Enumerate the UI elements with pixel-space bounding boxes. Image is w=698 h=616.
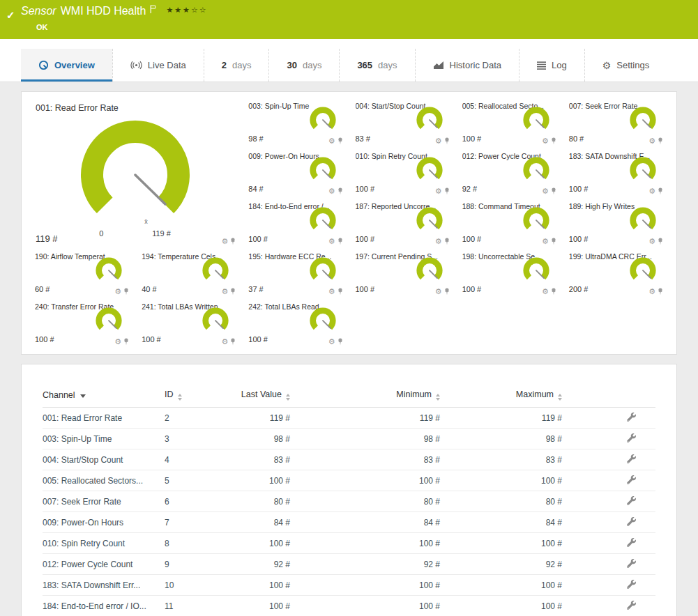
pin-icon[interactable] [123,288,129,295]
table-row[interactable]: 184: End-to-End error / IO... 11 100 # 1… [43,596,655,616]
gear-icon[interactable]: ⚙ [221,288,228,295]
column-header-last-value[interactable]: Last Value [234,390,290,401]
pin-icon[interactable] [230,288,236,295]
wrench-icon[interactable] [627,601,636,610]
channel-name-link[interactable]: 009: Power-On Hours [43,518,165,528]
tab-365-days[interactable]: 365 days [339,49,414,82]
wrench-icon[interactable] [627,538,636,547]
channel-name-link[interactable]: 010: Spin Retry Count [43,539,165,548]
gear-icon[interactable]: ⚙ [328,238,335,245]
gear-icon[interactable]: ⚙ [648,238,655,245]
gauge-dial [199,307,232,337]
table-row[interactable]: 012: Power Cycle Count 9 92 # 92 # 92 # [43,554,655,575]
pin-icon[interactable] [658,187,663,195]
gear-icon[interactable]: ⚙ [542,137,549,145]
pin-icon[interactable] [337,238,343,245]
channel-name-link[interactable]: 012: Power Cycle Count [43,560,165,569]
gauge-actions: ⚙ [114,288,129,295]
pin-icon[interactable] [230,338,236,346]
flag-icon[interactable] [150,5,156,13]
pin-icon[interactable] [337,187,343,195]
tab-historic-data[interactable]: Historic Data [415,49,519,82]
wrench-icon[interactable] [627,454,636,463]
pin-icon[interactable] [444,288,450,295]
pin-icon[interactable] [551,187,556,195]
status-check-icon: ✓ [6,9,15,22]
gear-icon[interactable]: ⚙ [435,288,442,295]
pin-icon[interactable] [230,238,236,245]
wrench-icon[interactable] [627,496,636,505]
tab-2-days[interactable]: 2 days [204,49,269,82]
table-row[interactable]: 005: Reallocated Sectors... 5 100 # 100 … [43,470,655,491]
tab-settings[interactable]: ⚙ Settings [584,49,667,82]
channel-name-link[interactable]: 004: Start/Stop Count [43,455,165,465]
wrench-icon[interactable] [627,580,636,589]
wrench-icon[interactable] [627,475,636,484]
gear-icon[interactable]: ⚙ [114,288,121,295]
gear-icon[interactable]: ⚙ [328,187,335,195]
wrench-icon[interactable] [627,559,636,568]
gear-icon[interactable]: ⚙ [435,187,442,195]
channel-gauge-card: 003: Spin-Up Time 98 # ⚙ [242,98,349,148]
pin-icon[interactable] [551,288,556,295]
pin-icon[interactable] [658,137,663,145]
gear-icon[interactable]: ⚙ [221,338,228,346]
gauge-actions: ⚙ [221,338,236,346]
table-row[interactable]: 010: Spin Retry Count 8 100 # 100 # 100 … [43,533,655,554]
gauge-dial [307,307,339,337]
pin-icon[interactable] [444,238,450,245]
pin-icon[interactable] [337,338,343,346]
table-row[interactable]: 004: Start/Stop Count 4 83 # 83 # 83 # [43,449,655,470]
gear-icon[interactable]: ⚙ [328,338,335,346]
channel-name-link[interactable]: 007: Seek Error Rate [43,497,165,507]
gear-icon[interactable]: ⚙ [648,187,655,195]
tab-overview[interactable]: Overview [21,49,112,82]
wrench-icon[interactable] [627,517,636,526]
table-row[interactable]: 001: Read Error Rate 2 119 # 119 # 119 # [43,408,655,429]
gear-icon[interactable]: ⚙ [435,137,442,145]
pin-icon[interactable] [551,238,556,245]
channel-actions-cell [562,454,655,465]
table-row[interactable]: 183: SATA Downshift Err... 10 100 # 100 … [43,575,655,596]
channel-name-link[interactable]: 005: Reallocated Sectors... [43,476,165,486]
gear-icon[interactable]: ⚙ [542,288,549,295]
wrench-icon[interactable] [627,413,636,422]
gear-icon[interactable]: ⚙ [648,288,655,295]
wrench-icon[interactable] [627,433,636,442]
tab-log[interactable]: Log [519,49,584,82]
star-rating[interactable]: ★★★☆☆ [166,6,207,15]
channel-name-link[interactable]: 003: Spin-Up Time [43,434,165,444]
gear-icon[interactable]: ⚙ [221,238,228,245]
gear-icon[interactable]: ⚙ [648,137,655,145]
gear-icon[interactable]: ⚙ [114,338,121,346]
channel-name-link[interactable]: 183: SATA Downshift Err... [43,580,165,590]
pin-icon[interactable] [337,137,343,145]
column-header-minimum[interactable]: Minimum [290,390,440,401]
channel-gauge-card: 187: Reported Uncorre... 100 # ⚙ [349,198,456,248]
channel-name-link[interactable]: 001: Read Error Rate [43,413,165,423]
column-header-channel[interactable]: Channel [43,390,165,400]
channel-name-link[interactable]: 184: End-to-End error / IO... [43,601,165,611]
table-row[interactable]: 003: Spin-Up Time 3 98 # 98 # 98 # [43,429,655,449]
pin-icon[interactable] [551,137,556,145]
pin-icon[interactable] [444,137,450,145]
column-label: Last Value [241,390,282,399]
pin-icon[interactable] [337,288,343,295]
tab-30-days[interactable]: 30 days [268,49,339,82]
pin-icon[interactable] [658,238,663,245]
channel-gauge-card: 188: Command Timeout 100 # ⚙ [456,198,563,248]
channel-minimum: 92 # [290,560,440,569]
gear-icon[interactable]: ⚙ [328,137,335,145]
tab-live-data[interactable]: Live Data [112,49,204,82]
table-row[interactable]: 007: Seek Error Rate 6 80 # 80 # 80 # [43,491,655,512]
gear-icon[interactable]: ⚙ [542,238,549,245]
table-row[interactable]: 009: Power-On Hours 7 84 # 84 # 84 # [43,512,655,533]
gear-icon[interactable]: ⚙ [542,187,549,195]
gear-icon[interactable]: ⚙ [435,238,442,245]
gear-icon[interactable]: ⚙ [328,288,335,295]
column-header-maximum[interactable]: Maximum [440,390,562,401]
column-header-id[interactable]: ID [165,390,234,401]
pin-icon[interactable] [123,338,129,346]
pin-icon[interactable] [658,288,663,295]
pin-icon[interactable] [444,187,450,195]
